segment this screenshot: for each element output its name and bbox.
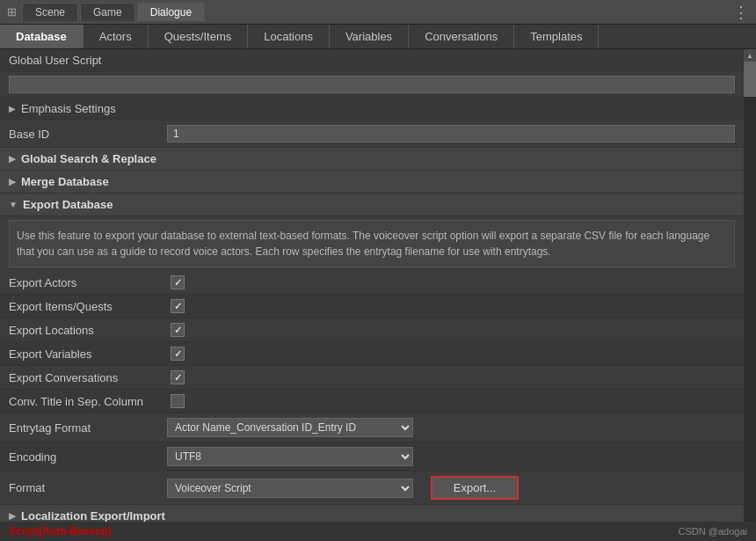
export-database-label: Export Database <box>23 198 113 211</box>
export-description: Use this feature to export your database… <box>9 220 735 267</box>
export-database-row[interactable]: ▼ Export Database <box>0 194 744 216</box>
format-select[interactable]: Voiceover Script CSV JSON <box>167 479 413 498</box>
global-user-script-input-row <box>0 72 744 98</box>
scene-tab[interactable]: Scene <box>22 3 78 21</box>
scene-tab-label: Scene <box>35 6 65 18</box>
format-row: Format Voiceover Script CSV JSON Export.… <box>0 472 744 505</box>
grid-icon: ⊞ <box>7 5 17 18</box>
main-tabs: Database Actors Quests/Items Locations V… <box>0 25 756 49</box>
scroll-track[interactable] <box>744 62 756 523</box>
tab-database[interactable]: Database <box>0 25 84 48</box>
menu-icon[interactable]: ⋮ <box>733 3 749 22</box>
merge-database-row[interactable]: ▶ Merge Database <box>0 171 744 194</box>
scrollbar: ▲ ▼ <box>744 49 756 536</box>
watermark-left: Script(Auto-Backup) <box>9 525 112 537</box>
tab-quests-items[interactable]: Quests/Items <box>149 25 249 48</box>
global-search-replace-label: Global Search & Replace <box>21 152 156 165</box>
conv-title-checkbox[interactable] <box>171 394 185 408</box>
encoding-row: Encoding UTF8 ASCII Unicode <box>0 442 744 472</box>
export-actors-checkbox[interactable] <box>171 275 185 289</box>
encoding-select[interactable]: UTF8 ASCII Unicode <box>167 447 413 466</box>
base-id-input[interactable] <box>167 125 735 143</box>
export-conversations-row: Export Conversations <box>0 366 744 390</box>
export-locations-row: Export Locations <box>0 318 744 342</box>
merge-database-label: Merge Database <box>21 175 109 188</box>
emphasis-arrow: ▶ <box>9 104 16 113</box>
dialogue-tab-label: Dialogue <box>150 6 192 18</box>
emphasis-settings-label: Emphasis Settings <box>21 102 179 115</box>
localization-arrow: ▶ <box>9 511 16 521</box>
export-variables-row: Export Variables <box>0 342 744 366</box>
export-conversations-checkbox[interactable] <box>171 370 185 384</box>
merge-database-arrow: ▶ <box>9 177 16 186</box>
export-items-quests-row: Export Items/Quests <box>0 295 744 318</box>
global-user-script-label: Global User Script <box>9 54 167 67</box>
export-items-quests-label: Export Items/Quests <box>9 300 167 313</box>
tab-variables[interactable]: Variables <box>330 25 409 48</box>
tab-locations[interactable]: Locations <box>248 25 330 48</box>
title-bar: ⊞ Scene Game Dialogue ⋮ <box>0 0 756 25</box>
entrytag-format-select[interactable]: Actor Name_Conversation ID_Entry ID Acto… <box>167 418 413 437</box>
export-locations-checkbox[interactable] <box>171 323 185 337</box>
content-area: Global User Script ▶ Emphasis Settings B… <box>0 49 756 536</box>
export-conversations-label: Export Conversations <box>9 371 167 384</box>
export-items-quests-checkbox[interactable] <box>171 299 185 313</box>
tab-templates[interactable]: Templates <box>514 25 599 48</box>
encoding-label: Encoding <box>9 450 167 464</box>
base-id-row: Base ID <box>0 121 744 148</box>
global-search-replace-row[interactable]: ▶ Global Search & Replace <box>0 148 744 171</box>
game-tab[interactable]: Game <box>80 3 135 21</box>
entrytag-format-label: Entrytag Format <box>9 421 167 435</box>
export-database-arrow: ▼ <box>9 200 18 209</box>
export-locations-label: Export Locations <box>9 324 167 337</box>
tab-conversations[interactable]: Conversations <box>409 25 514 48</box>
scroll-up-arrow[interactable]: ▲ <box>744 49 756 62</box>
emphasis-settings-row[interactable]: ▶ Emphasis Settings <box>0 98 744 121</box>
watermark-right: CSDN @adogai <box>679 526 747 537</box>
global-search-arrow: ▶ <box>9 154 16 164</box>
format-label: Format <box>9 481 167 494</box>
base-id-label: Base ID <box>9 128 167 141</box>
scroll-thumb <box>744 62 756 97</box>
tab-actors[interactable]: Actors <box>84 25 149 48</box>
title-tabs: Scene Game Dialogue <box>22 3 205 21</box>
entrytag-format-row: Entrytag Format Actor Name_Conversation … <box>0 413 744 442</box>
global-user-script-input[interactable] <box>9 76 735 93</box>
export-actors-row: Export Actors <box>0 271 744 295</box>
conv-title-row: Conv. Title in Sep. Column <box>0 390 744 413</box>
dialogue-tab[interactable]: Dialogue <box>137 3 205 21</box>
export-variables-checkbox[interactable] <box>171 347 185 361</box>
game-tab-label: Game <box>93 6 122 18</box>
export-button[interactable]: Export... <box>431 476 519 500</box>
global-user-script-row: Global User Script <box>0 49 744 72</box>
export-actors-label: Export Actors <box>9 276 167 289</box>
main-content: Global User Script ▶ Emphasis Settings B… <box>0 49 744 536</box>
export-variables-label: Export Variables <box>9 347 167 361</box>
conv-title-label: Conv. Title in Sep. Column <box>9 395 167 408</box>
localization-label: Localization Export/Import <box>21 509 165 523</box>
